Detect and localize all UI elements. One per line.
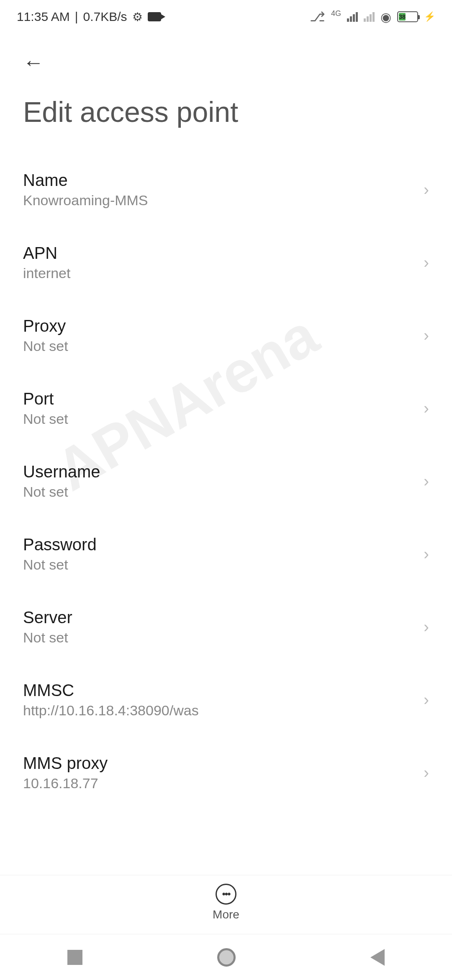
setting-value: internet [23, 265, 424, 281]
chevron-right-icon: › [424, 327, 429, 345]
battery-icon: 38 [397, 11, 418, 22]
setting-item-proxy[interactable]: Proxy Not set › [0, 299, 452, 372]
signal-bars-sim1-icon [347, 12, 358, 22]
bluetooth-icon: ⎇ [310, 9, 325, 25]
setting-item-password[interactable]: Password Not set › [0, 518, 452, 591]
nav-home-button[interactable] [217, 948, 236, 967]
more-button[interactable]: ••• More [213, 884, 239, 921]
setting-item-apn[interactable]: APN internet › [0, 226, 452, 299]
setting-value: Not set [23, 411, 424, 427]
chevron-right-icon: › [424, 254, 429, 272]
bottom-action-bar: ••• More [0, 875, 452, 934]
chevron-right-icon: › [424, 545, 429, 563]
chevron-right-icon: › [424, 618, 429, 636]
setting-label: MMS proxy [23, 754, 424, 773]
setting-label: Server [23, 608, 424, 627]
charging-icon: ⚡ [424, 11, 435, 22]
setting-label: Proxy [23, 317, 424, 335]
more-label: More [213, 908, 239, 921]
setting-item-server[interactable]: Server Not set › [0, 591, 452, 663]
content-area: ← Edit access point APNArena Name Knowro… [0, 34, 452, 884]
setting-value: Not set [23, 484, 424, 500]
battery-percent: 38 [399, 13, 406, 21]
setting-item-mmsc[interactable]: MMSC http://10.16.18.4:38090/was › [0, 663, 452, 736]
setting-item-mms-proxy[interactable]: MMS proxy 10.16.18.77 › [0, 736, 452, 809]
chevron-right-icon: › [424, 400, 429, 418]
navigation-bar [0, 934, 452, 980]
setting-value: Knowroaming-MMS [23, 192, 424, 209]
setting-value: Not set [23, 557, 424, 573]
setting-label: Password [23, 535, 424, 554]
status-right: ⎇ 4G ◉ 38 ⚡ [310, 9, 435, 25]
setting-item-username[interactable]: Username Not set › [0, 445, 452, 518]
back-arrow-icon: ← [23, 51, 44, 74]
gear-icon: ⚙ [132, 10, 143, 24]
setting-label: Name [23, 171, 424, 190]
setting-item-port[interactable]: Port Not set › [0, 372, 452, 445]
wifi-icon: ◉ [380, 10, 391, 24]
setting-label: Port [23, 389, 424, 408]
back-button[interactable]: ← [0, 34, 452, 83]
setting-value: Not set [23, 338, 424, 354]
more-icon: ••• [216, 884, 236, 905]
settings-list: Name Knowroaming-MMS › APN internet › Pr… [0, 153, 452, 809]
setting-label: Username [23, 462, 424, 481]
nav-back-button[interactable] [370, 949, 385, 966]
signal-bars-sim2-icon [364, 12, 375, 22]
status-time: 11:35 AM [17, 10, 70, 24]
status-data-rate: 0.7KB/s [83, 10, 127, 24]
chevron-right-icon: › [424, 181, 429, 199]
setting-value: 10.16.18.77 [23, 775, 424, 792]
chevron-right-icon: › [424, 764, 429, 782]
status-bar: 11:35 AM | 0.7KB/s ⚙ ⎇ 4G ◉ 38 ⚡ [0, 0, 452, 34]
status-left: 11:35 AM | 0.7KB/s ⚙ [17, 10, 161, 24]
setting-value: Not set [23, 629, 424, 646]
page-title: Edit access point [0, 83, 452, 153]
setting-label: MMSC [23, 681, 424, 700]
chevron-right-icon: › [424, 691, 429, 709]
chevron-right-icon: › [424, 472, 429, 490]
setting-value: http://10.16.18.4:38090/was [23, 702, 424, 719]
camera-icon [148, 12, 161, 21]
setting-item-name[interactable]: Name Knowroaming-MMS › [0, 153, 452, 226]
setting-label: APN [23, 244, 424, 263]
nav-recent-button[interactable] [67, 950, 82, 965]
network-type-label: 4G [331, 9, 341, 18]
